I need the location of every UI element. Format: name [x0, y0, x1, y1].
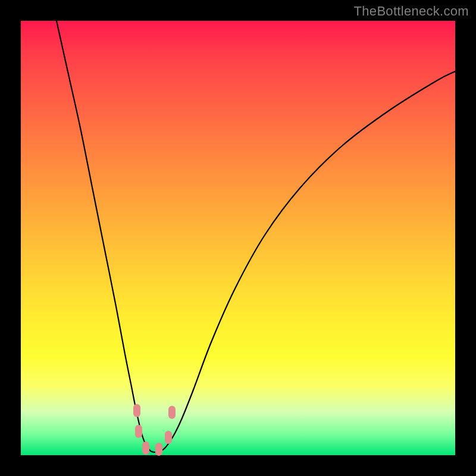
trough-highlight-group [133, 404, 176, 456]
trough-mark [133, 404, 140, 417]
trough-mark [165, 431, 172, 444]
watermark-text: TheBottleneck.com [354, 4, 469, 19]
plot-area [21, 21, 455, 455]
trough-mark [168, 406, 176, 419]
chart-svg [21, 21, 455, 455]
trough-mark [135, 425, 142, 438]
trough-mark [142, 441, 149, 455]
bottleneck-curve [57, 21, 455, 452]
trough-mark [155, 443, 162, 456]
outer-frame: TheBottleneck.com [0, 0, 476, 476]
